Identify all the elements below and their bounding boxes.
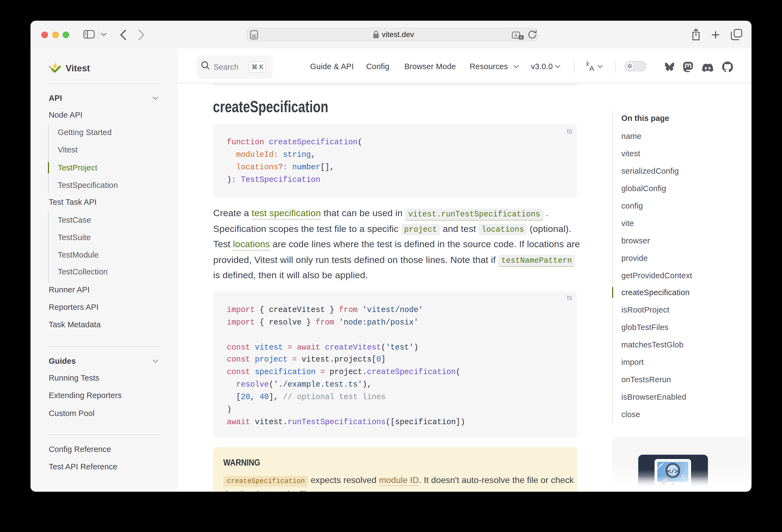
svg-text:A: A (514, 32, 518, 38)
svg-text:x̄: x̄ (520, 35, 522, 39)
svg-text:x̄: x̄ (586, 61, 589, 67)
svg-text:A: A (590, 64, 594, 72)
